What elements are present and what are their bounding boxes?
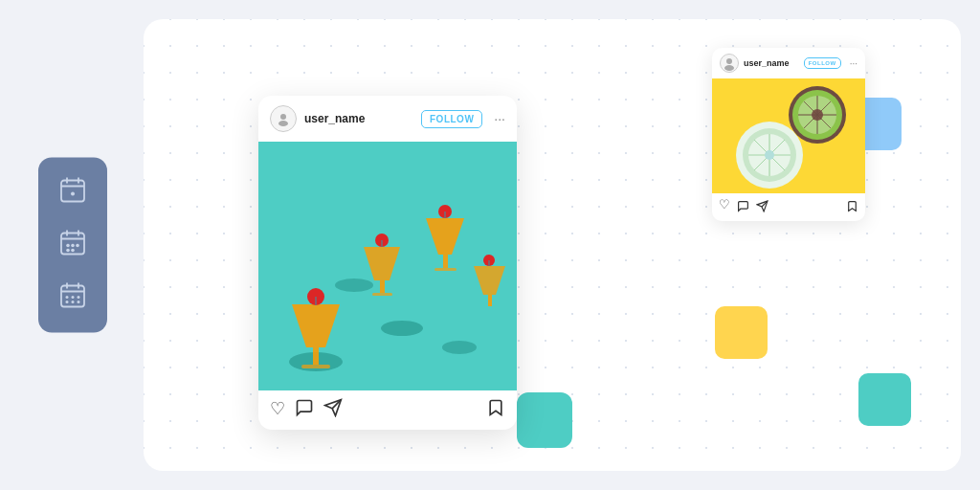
footer-icons-left-small: ♡ bbox=[719, 197, 846, 217]
username-large: user_name bbox=[304, 112, 413, 125]
svg-point-10 bbox=[71, 244, 75, 248]
comment-icon-large[interactable] bbox=[295, 398, 314, 422]
svg-point-70 bbox=[765, 150, 774, 160]
like-icon-small[interactable]: ♡ bbox=[719, 197, 730, 217]
svg-rect-38 bbox=[434, 268, 457, 271]
sidebar-icon-week[interactable] bbox=[57, 228, 88, 263]
card-header-small: user_name FOLLOW ··· bbox=[712, 48, 865, 78]
username-small: user_name bbox=[744, 58, 799, 68]
svg-point-13 bbox=[71, 249, 75, 253]
card-footer-large: ♡ bbox=[258, 390, 517, 430]
svg-point-18 bbox=[66, 296, 69, 299]
svg-rect-0 bbox=[61, 181, 84, 202]
svg-point-24 bbox=[280, 114, 286, 120]
comment-icon-small[interactable] bbox=[737, 197, 749, 217]
svg-point-25 bbox=[278, 121, 288, 126]
svg-point-12 bbox=[66, 249, 70, 253]
share-icon-small[interactable] bbox=[756, 197, 768, 217]
deco-yellow-right bbox=[715, 306, 768, 359]
sidebar-icon-month[interactable] bbox=[57, 280, 88, 316]
sidebar bbox=[38, 158, 107, 333]
svg-point-4 bbox=[71, 192, 75, 196]
svg-point-30 bbox=[335, 278, 373, 292]
svg-rect-43 bbox=[372, 293, 392, 296]
main-content: user_name FOLLOW ··· bbox=[144, 19, 961, 471]
footer-icons-left: ♡ bbox=[270, 398, 486, 422]
svg-point-52 bbox=[726, 58, 732, 64]
bookmark-icon-small[interactable] bbox=[846, 197, 858, 217]
svg-point-20 bbox=[78, 296, 80, 299]
svg-point-19 bbox=[72, 296, 75, 299]
svg-rect-42 bbox=[380, 280, 385, 293]
svg-point-53 bbox=[724, 65, 734, 71]
svg-rect-47 bbox=[488, 295, 492, 306]
avatar-small bbox=[720, 54, 739, 73]
svg-point-11 bbox=[76, 244, 79, 248]
svg-point-28 bbox=[381, 321, 423, 336]
svg-point-9 bbox=[66, 244, 70, 248]
card-header-large: user_name FOLLOW ··· bbox=[258, 96, 517, 142]
svg-point-29 bbox=[442, 341, 477, 354]
sidebar-icon-day[interactable] bbox=[57, 175, 88, 211]
avatar-large bbox=[270, 105, 297, 132]
more-options-small[interactable]: ··· bbox=[850, 58, 858, 69]
svg-point-22 bbox=[72, 301, 75, 303]
follow-button-small[interactable]: FOLLOW bbox=[804, 57, 841, 69]
svg-rect-33 bbox=[301, 365, 330, 368]
deco-teal-bottom bbox=[517, 392, 572, 448]
post-image-large bbox=[258, 142, 517, 390]
more-options-large[interactable]: ··· bbox=[494, 111, 505, 126]
post-card-large: user_name FOLLOW ··· bbox=[258, 96, 517, 430]
svg-point-23 bbox=[78, 301, 80, 303]
svg-rect-32 bbox=[313, 347, 319, 365]
deco-teal-bottom-right bbox=[858, 373, 911, 426]
svg-rect-37 bbox=[443, 255, 448, 268]
bookmark-icon-large[interactable] bbox=[486, 398, 505, 422]
card-footer-small: ♡ bbox=[712, 193, 865, 221]
svg-point-21 bbox=[66, 301, 69, 303]
post-image-small bbox=[712, 78, 865, 193]
share-icon-large[interactable] bbox=[323, 398, 343, 422]
like-icon-large[interactable]: ♡ bbox=[270, 398, 285, 422]
follow-button-large[interactable]: FOLLOW bbox=[421, 110, 482, 128]
post-card-small: user_name FOLLOW ··· bbox=[712, 48, 865, 221]
